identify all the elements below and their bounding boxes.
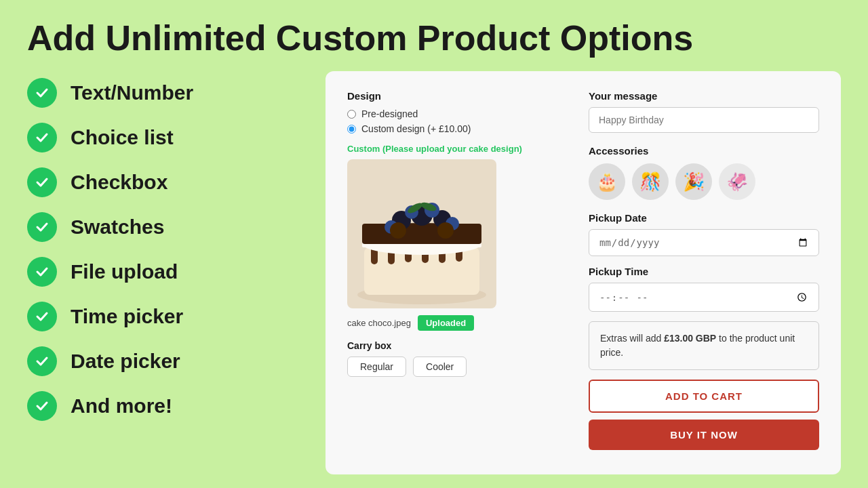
feature-item-choice-list: Choice list xyxy=(27,123,298,152)
accessory-1[interactable]: 🎂 xyxy=(589,163,625,200)
design-radio-group: Pre-designed Custom design (+ £10.00) xyxy=(347,108,561,134)
pickup-date-input[interactable] xyxy=(589,229,819,256)
feature-item-and-more: And more! xyxy=(27,391,298,421)
uploaded-badge: Uploaded xyxy=(418,315,474,331)
buy-now-button[interactable]: BUY IT NOW xyxy=(589,420,819,450)
svg-rect-22 xyxy=(362,244,481,247)
pre-designed-radio[interactable] xyxy=(347,110,356,119)
pickup-date-label: Pickup Date xyxy=(589,212,819,224)
feature-label-swatches: Swatches xyxy=(71,216,164,239)
pre-designed-label: Pre-designed xyxy=(361,108,418,119)
feature-item-date-picker: Date picker xyxy=(27,346,298,376)
page-title: Add Unlimited Custom Product Options xyxy=(27,19,841,58)
carry-box-label: Carry box xyxy=(347,340,561,351)
design-label: Design xyxy=(347,90,561,102)
svg-point-18 xyxy=(390,222,406,239)
feature-label-and-more: And more! xyxy=(71,394,172,418)
svg-point-19 xyxy=(437,222,454,239)
feature-label-text-number: Text/Number xyxy=(71,81,193,104)
feature-label-date-picker: Date picker xyxy=(71,350,180,373)
feature-item-file-upload: File upload xyxy=(27,257,298,287)
check-icon-date-picker xyxy=(27,346,57,376)
feature-item-text-number: Text/Number xyxy=(27,78,298,108)
options-column: Your message Accessories 🎂 🎊 🎉 🦑 Pickup … xyxy=(589,90,819,455)
pickup-time-input[interactable] xyxy=(589,283,819,312)
check-icon-swatches xyxy=(27,212,57,242)
product-column: Design Pre-designed Custom design (+ £10… xyxy=(347,90,561,455)
check-icon-and-more xyxy=(27,391,57,421)
feature-item-swatches: Swatches xyxy=(27,212,298,242)
accessories-row: 🎂 🎊 🎉 🦑 xyxy=(589,163,819,200)
your-message-label: Your message xyxy=(589,90,819,102)
accessory-2[interactable]: 🎊 xyxy=(632,163,669,200)
accessory-4[interactable]: 🦑 xyxy=(719,163,755,200)
pickup-time-label: Pickup Time xyxy=(589,266,819,277)
cooler-option[interactable]: Cooler xyxy=(413,357,467,377)
feature-item-checkbox: Checkbox xyxy=(27,167,298,197)
check-icon-file-upload xyxy=(27,257,57,287)
check-icon-text-number xyxy=(27,78,57,108)
upload-status: cake choco.jpeg Uploaded xyxy=(347,315,561,331)
check-icon-time-picker xyxy=(27,302,57,331)
carry-box-options: Regular Cooler xyxy=(347,357,561,377)
check-icon-checkbox xyxy=(27,167,57,197)
regular-option[interactable]: Regular xyxy=(347,357,406,377)
custom-design-option[interactable]: Custom design (+ £10.00) xyxy=(347,123,561,134)
feature-label-time-picker: Time picker xyxy=(71,305,183,328)
product-panel: Design Pre-designed Custom design (+ £10… xyxy=(326,71,841,474)
add-to-cart-button[interactable]: ADD TO CART xyxy=(589,380,819,413)
feature-item-time-picker: Time picker xyxy=(27,302,298,331)
feature-label-choice-list: Choice list xyxy=(71,126,174,149)
features-list: Text/Number Choice list Checkbox Swatc xyxy=(27,71,298,474)
accessory-3[interactable]: 🎉 xyxy=(675,163,712,200)
cake-image xyxy=(347,159,496,308)
upload-filename: cake choco.jpeg xyxy=(347,318,411,328)
feature-label-file-upload: File upload xyxy=(71,260,178,283)
feature-label-checkbox: Checkbox xyxy=(71,171,167,194)
accessories-label: Accessories xyxy=(589,145,819,157)
custom-upload-label: Custom (Please upload your cake design) xyxy=(347,144,561,154)
custom-design-radio[interactable] xyxy=(347,125,356,134)
custom-design-label: Custom design (+ £10.00) xyxy=(361,123,471,134)
svg-rect-10 xyxy=(362,224,481,244)
check-icon-choice-list xyxy=(27,123,57,152)
pre-designed-option[interactable]: Pre-designed xyxy=(347,108,561,119)
your-message-input[interactable] xyxy=(589,107,819,133)
extras-notice: Extras will add £13.00 GBP to the produc… xyxy=(589,321,819,370)
